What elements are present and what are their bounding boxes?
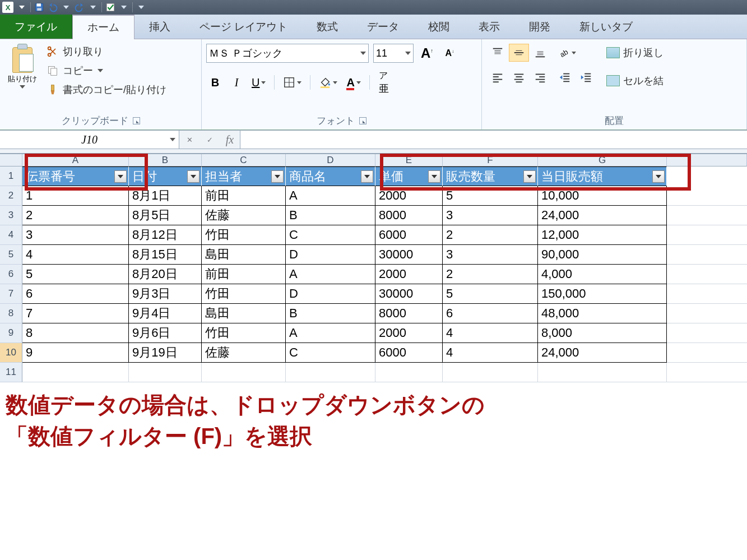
cell[interactable]: 48,000	[538, 304, 667, 323]
cell-blank[interactable]	[667, 186, 747, 206]
tab-review[interactable]: 校閲	[414, 15, 464, 39]
cell[interactable]: 佐藤	[202, 206, 286, 225]
table-header[interactable]: 伝票番号	[22, 166, 129, 186]
cell[interactable]: 24,000	[538, 206, 667, 225]
cell-blank[interactable]	[667, 166, 747, 186]
row-number[interactable]: 6	[0, 265, 22, 284]
cell-blank[interactable]	[667, 343, 747, 363]
cell[interactable]	[443, 363, 538, 382]
cell[interactable]: 30000	[375, 284, 443, 304]
cut-button[interactable]: 切り取り	[47, 45, 166, 58]
cell[interactable]: 3	[443, 245, 538, 265]
cell[interactable]: B	[286, 206, 375, 225]
cell[interactable]: 2000	[375, 265, 443, 284]
font-color-button[interactable]: A	[344, 73, 363, 92]
row-number[interactable]: 7	[0, 284, 22, 304]
copy-button[interactable]: コピー	[47, 64, 166, 77]
checkbox-icon[interactable]	[105, 2, 115, 12]
indent-increase-button[interactable]	[576, 68, 596, 86]
font-launcher-icon[interactable]	[359, 117, 366, 124]
row-number[interactable]: 5	[0, 245, 22, 265]
font-size-combo[interactable]: 11	[373, 44, 414, 63]
table-header[interactable]: 担当者	[202, 166, 286, 186]
cell[interactable]: 9月3日	[129, 284, 202, 304]
cell[interactable]: 8000	[375, 304, 443, 323]
cell[interactable]: 90,000	[538, 245, 667, 265]
grow-font-button[interactable]: A↑	[418, 44, 436, 63]
filter-button[interactable]	[428, 170, 440, 183]
shrink-font-button[interactable]: A↓	[440, 44, 458, 63]
cell-blank[interactable]	[667, 265, 747, 284]
cell[interactable]: 4	[22, 245, 129, 265]
filter-button[interactable]	[187, 170, 199, 183]
cell[interactable]: 竹田	[202, 284, 286, 304]
cell[interactable]: B	[286, 304, 375, 323]
cell[interactable]: C	[286, 225, 375, 245]
font-name-combo[interactable]: ＭＳ Ｐゴシック	[206, 44, 369, 63]
table-header[interactable]: 当日販売額	[538, 166, 667, 186]
cell[interactable]: 3	[22, 225, 129, 245]
cell[interactable]: 竹田	[202, 225, 286, 245]
copy-dropdown-icon[interactable]	[98, 69, 103, 72]
cell[interactable]: 8月20日	[129, 265, 202, 284]
cell[interactable]: 10,000	[538, 186, 667, 206]
cell[interactable]: 2	[443, 225, 538, 245]
cell[interactable]: 5	[443, 284, 538, 304]
column-header-E[interactable]: E	[375, 154, 443, 166]
select-all-button[interactable]	[0, 154, 22, 166]
phonetic-button[interactable]: ア亜	[375, 73, 393, 92]
cell[interactable]: 8,000	[538, 323, 667, 343]
table-header[interactable]: 販売数量	[443, 166, 538, 186]
column-header-A[interactable]: A	[22, 154, 129, 166]
cell[interactable]: 2000	[375, 186, 443, 206]
paste-button[interactable]: 貼り付け	[3, 41, 41, 91]
filter-button[interactable]	[361, 170, 373, 183]
cell[interactable]: 3	[443, 206, 538, 225]
column-header-D[interactable]: D	[286, 154, 375, 166]
filter-button[interactable]	[114, 170, 127, 183]
cell[interactable]	[22, 363, 129, 382]
cell[interactable]: 9月19日	[129, 343, 202, 363]
filter-button[interactable]	[523, 170, 536, 183]
cell[interactable]: 8月15日	[129, 245, 202, 265]
cell[interactable]: 島田	[202, 304, 286, 323]
cell[interactable]: 佐藤	[202, 343, 286, 363]
cell[interactable]: 24,000	[538, 343, 667, 363]
save-icon[interactable]	[34, 2, 44, 12]
tab-page-layout[interactable]: ページ レイアウト	[185, 15, 302, 39]
cell[interactable]: 2000	[375, 323, 443, 343]
row-number[interactable]: 4	[0, 225, 22, 245]
cell[interactable]: 6	[22, 284, 129, 304]
bold-button[interactable]: B	[206, 73, 224, 92]
cell[interactable]	[286, 363, 375, 382]
border-button[interactable]	[280, 73, 304, 92]
redo-icon[interactable]	[75, 2, 85, 12]
cell-blank[interactable]	[667, 323, 747, 343]
cell[interactable]: C	[286, 343, 375, 363]
cell[interactable]	[129, 363, 202, 382]
cell[interactable]: 8月12日	[129, 225, 202, 245]
format-painter-button[interactable]: 書式のコピー/貼り付け	[47, 83, 166, 96]
cell[interactable]: 前田	[202, 186, 286, 206]
table-header[interactable]: 単価	[375, 166, 443, 186]
column-header-G[interactable]: G	[538, 154, 667, 166]
cell[interactable]: 8000	[375, 206, 443, 225]
align-top-button[interactable]	[488, 44, 508, 62]
cell-blank[interactable]	[667, 284, 747, 304]
merge-cells-button[interactable]: セルを結	[604, 72, 666, 90]
cell-blank[interactable]	[667, 225, 747, 245]
indent-decrease-button[interactable]	[555, 68, 575, 86]
cell[interactable]	[667, 363, 747, 382]
paste-dropdown-icon[interactable]	[20, 85, 25, 89]
checkbox-dropdown-icon[interactable]	[119, 2, 129, 12]
tab-new[interactable]: 新しいタブ	[565, 15, 647, 39]
cell[interactable]: 5	[22, 265, 129, 284]
cell[interactable]: 島田	[202, 245, 286, 265]
cell[interactable]: 8	[22, 323, 129, 343]
align-left-button[interactable]	[488, 68, 508, 86]
fx-button[interactable]: fx	[220, 131, 240, 149]
cell[interactable]	[538, 363, 667, 382]
undo-icon[interactable]	[48, 2, 58, 12]
tab-file[interactable]: ファイル	[0, 15, 72, 39]
cell[interactable]	[202, 363, 286, 382]
